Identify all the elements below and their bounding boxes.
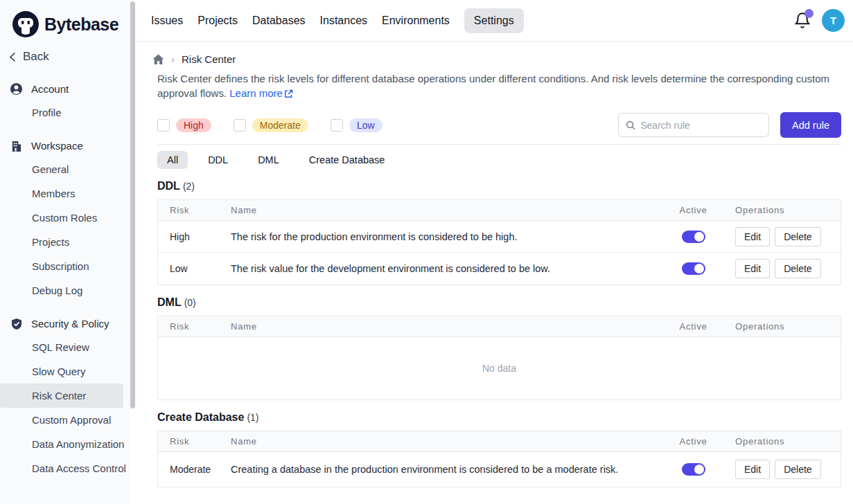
learn-more-link[interactable]: Learn more xyxy=(229,87,293,99)
active-toggle[interactable] xyxy=(682,231,705,243)
risk-level-filter-low: Low xyxy=(331,118,382,132)
delete-button[interactable]: Delete xyxy=(775,460,820,479)
sidebar-item-slow-query[interactable]: Slow Query xyxy=(0,359,130,384)
edit-button[interactable]: Edit xyxy=(735,460,770,479)
sidebar-item-data-anonymization[interactable]: Data Anonymization xyxy=(0,432,130,456)
tab-ddl[interactable]: DDL xyxy=(198,151,238,169)
sidebar-item-subscription[interactable]: Subscription xyxy=(0,254,130,278)
tab-dml[interactable]: DML xyxy=(248,151,289,169)
sidebar-scrollbar[interactable] xyxy=(130,0,136,504)
chevron-left-icon xyxy=(8,52,17,62)
group-label: Security & Policy xyxy=(31,318,109,330)
rule-name: Creating a database in the production en… xyxy=(219,464,657,475)
back-button[interactable]: Back xyxy=(0,40,130,68)
sidebar-group-account: Account Profile xyxy=(0,78,130,125)
risk-level-filter-moderate: Moderate xyxy=(234,118,308,132)
nav-items: Issues Projects Databases Instances Envi… xyxy=(151,8,524,33)
low-checkbox[interactable] xyxy=(331,119,343,132)
back-label: Back xyxy=(23,50,49,64)
settings-sidebar: Bytebase Back Account Profile Workspace … xyxy=(0,0,130,504)
user-icon xyxy=(10,82,23,96)
filter-right: Add rule xyxy=(618,112,841,138)
sidebar-item-data-access-control[interactable]: Data Access Control xyxy=(0,456,130,480)
notification-bell-button[interactable] xyxy=(793,12,811,30)
rule-name: The risk value for the development envir… xyxy=(219,263,657,274)
col-operations: Operations xyxy=(730,436,841,447)
tab-all[interactable]: All xyxy=(157,151,188,169)
high-badge: High xyxy=(176,118,211,132)
col-active: Active xyxy=(657,205,730,215)
sidebar-item-custom-roles[interactable]: Custom Roles xyxy=(0,206,130,230)
edit-button[interactable]: Edit xyxy=(735,227,770,246)
nav-item-issues[interactable]: Issues xyxy=(151,8,183,33)
bytebase-logo[interactable]: Bytebase xyxy=(0,8,130,40)
building-icon xyxy=(10,139,23,152)
create-database-table: Risk Name Active Operations Moderate Cre… xyxy=(157,431,841,487)
group-label: Workspace xyxy=(31,140,83,152)
divider xyxy=(157,144,841,145)
table-header: Risk Name Active Operations xyxy=(158,200,841,221)
delete-button[interactable]: Delete xyxy=(775,227,820,246)
breadcrumb: › Risk Center xyxy=(152,53,841,65)
sidebar-item-members[interactable]: Members xyxy=(0,181,130,206)
sidebar-item-general[interactable]: General xyxy=(0,157,130,181)
risk-level-filter-high: High xyxy=(157,118,211,132)
risk-cell: Low xyxy=(158,263,219,274)
edit-button[interactable]: Edit xyxy=(735,259,770,278)
app-window: Bytebase Back Account Profile Workspace … xyxy=(0,0,853,504)
high-checkbox[interactable] xyxy=(157,119,170,132)
toggle-knob xyxy=(694,264,704,273)
home-icon[interactable] xyxy=(152,54,164,65)
rule-name: The risk for the production environment … xyxy=(219,231,657,242)
sidebar-group-security-policy: Security & Policy SQL Review Slow Query … xyxy=(0,312,130,480)
col-risk: Risk xyxy=(158,205,219,215)
risk-cell: Moderate xyxy=(158,464,219,475)
section-title-dml: DML(0) xyxy=(157,296,841,309)
nav-right: T xyxy=(793,9,845,32)
nav-item-settings[interactable]: Settings xyxy=(464,8,524,33)
moderate-checkbox[interactable] xyxy=(234,119,246,132)
section-title-create-database: Create Database(1) xyxy=(157,411,841,424)
col-name: Name xyxy=(219,205,657,215)
sidebar-item-profile[interactable]: Profile xyxy=(0,100,130,125)
search-input[interactable] xyxy=(640,120,762,131)
filter-toolbar: High Moderate Low Add rule xyxy=(157,112,841,138)
search-icon xyxy=(626,120,635,131)
nav-item-instances[interactable]: Instances xyxy=(320,8,367,33)
sidebar-item-sql-review[interactable]: SQL Review xyxy=(0,335,130,359)
empty-state: No data xyxy=(158,337,841,399)
table-row: Moderate Creating a database in the prod… xyxy=(158,452,841,487)
delete-button[interactable]: Delete xyxy=(775,259,820,278)
nav-item-projects[interactable]: Projects xyxy=(197,8,238,33)
dml-table: Risk Name Active Operations No data xyxy=(157,316,841,400)
sidebar-item-projects[interactable]: Projects xyxy=(0,230,130,254)
tab-create-database[interactable]: Create Database xyxy=(299,151,395,169)
sidebar-item-custom-approval[interactable]: Custom Approval xyxy=(0,408,130,432)
page-description: Risk Center defines the risk levels for … xyxy=(157,71,841,100)
col-active: Active xyxy=(657,321,730,332)
table-header: Risk Name Active Operations xyxy=(158,316,841,337)
toggle-knob xyxy=(694,465,704,474)
risk-center-content: › Risk Center Risk Center defines the ri… xyxy=(136,42,853,487)
active-toggle[interactable] xyxy=(682,463,705,476)
search-box xyxy=(618,113,769,137)
nav-item-environments[interactable]: Environments xyxy=(382,8,450,33)
sidebar-group-header: Security & Policy xyxy=(0,312,130,335)
sidebar-item-debug-log[interactable]: Debug Log xyxy=(0,278,130,303)
notification-dot xyxy=(804,9,814,18)
sidebar-group-header: Account xyxy=(0,78,130,100)
avatar[interactable]: T xyxy=(822,9,845,32)
add-rule-button[interactable]: Add rule xyxy=(780,112,841,138)
group-label: Account xyxy=(31,83,69,95)
active-toggle[interactable] xyxy=(682,262,705,275)
col-risk: Risk xyxy=(158,436,219,447)
risk-cell: High xyxy=(158,231,219,242)
shield-check-icon xyxy=(10,317,23,330)
table-header: Risk Name Active Operations xyxy=(158,431,841,452)
toggle-knob xyxy=(694,232,704,242)
scrollbar-thumb[interactable] xyxy=(130,1,135,408)
nav-item-databases[interactable]: Databases xyxy=(252,8,306,33)
col-name: Name xyxy=(219,321,657,332)
sidebar-item-risk-center[interactable]: Risk Center xyxy=(0,384,123,408)
col-active: Active xyxy=(657,436,730,447)
